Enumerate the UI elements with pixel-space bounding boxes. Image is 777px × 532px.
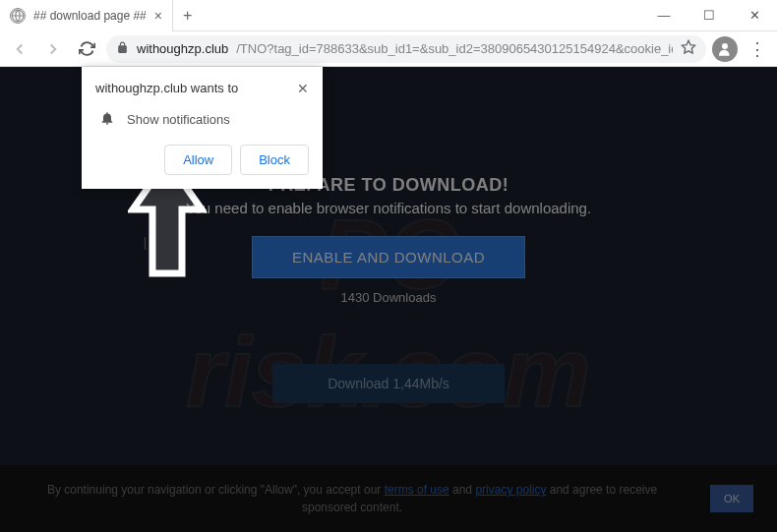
profile-avatar-icon[interactable] [712, 36, 738, 62]
bell-icon [99, 110, 115, 129]
tab-close-icon[interactable]: × [154, 8, 162, 24]
maximize-button[interactable]: ☐ [687, 0, 732, 31]
page-viewport: PC risk.com PREPARE TO DOWNLOAD! You nee… [0, 67, 777, 532]
window-titlebar: ## download page ## × + — ☐ ✕ [0, 0, 777, 31]
text-cursor-icon: I [143, 234, 148, 255]
new-tab-button[interactable]: + [173, 7, 202, 25]
forward-button[interactable] [39, 35, 67, 63]
window-controls: — ☐ ✕ [641, 0, 777, 31]
allow-button[interactable]: Allow [164, 145, 232, 175]
svg-point-2 [722, 43, 728, 49]
notification-close-icon[interactable]: ✕ [297, 81, 309, 96]
minimize-button[interactable]: — [641, 0, 687, 31]
url-domain: withoughzp.club [137, 41, 228, 56]
reload-button[interactable] [73, 35, 100, 63]
window-close-button[interactable]: ✕ [732, 0, 777, 31]
notification-permission-dialog: withoughzp.club wants to ✕ Show notifica… [82, 67, 323, 189]
notification-line-text: Show notifications [127, 112, 230, 127]
browser-tab[interactable]: ## download page ## × [0, 0, 173, 31]
globe-icon [10, 8, 26, 24]
bookmark-star-icon[interactable] [681, 39, 696, 59]
notification-prompt-text: withoughzp.club wants to [95, 81, 238, 96]
tab-title: ## download page ## [33, 9, 147, 23]
address-bar: withoughzp.club/TNO?tag_id=788633&sub_id… [0, 31, 777, 67]
url-box[interactable]: withoughzp.club/TNO?tag_id=788633&sub_id… [106, 35, 706, 63]
svg-marker-1 [682, 40, 694, 53]
url-path: /TNO?tag_id=788633&sub_id1=&sub_id2=3809… [236, 41, 673, 56]
back-button[interactable] [6, 35, 33, 63]
lock-icon [116, 40, 129, 58]
browser-menu-icon[interactable]: ⋮ [744, 38, 771, 60]
block-button[interactable]: Block [240, 145, 309, 175]
